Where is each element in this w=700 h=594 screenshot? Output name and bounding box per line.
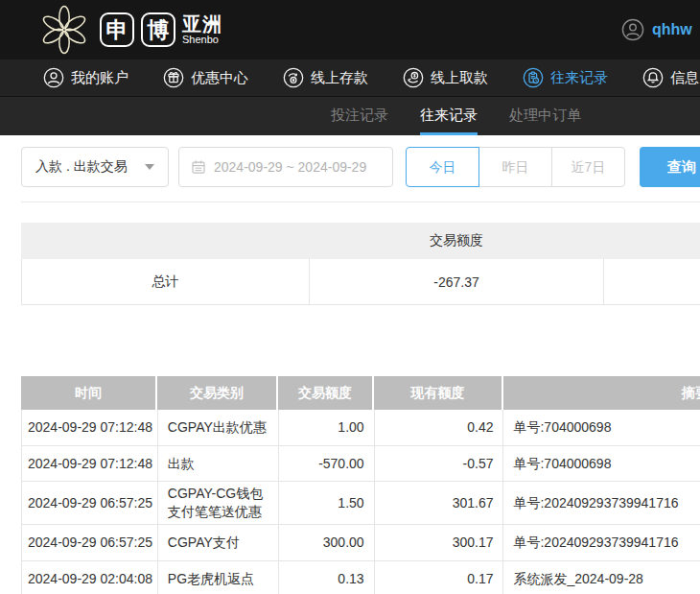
gift-icon [163, 67, 184, 88]
cell-amount: -570.00 [279, 446, 375, 481]
date-range-value: 2024-09-29 ~ 2024-09-29 [214, 159, 366, 175]
table-row: 2024-09-29 07:12:48 CGPAY出款优惠 1.00 0.42 … [21, 410, 700, 446]
cell-note: 单号:704000698 [503, 410, 700, 445]
username[interactable]: qhhw [652, 21, 692, 38]
date-range-input[interactable]: 2024-09-29 ~ 2024-09-29 [178, 147, 393, 187]
table-row: 2024-09-29 06:57:25 CGPAY支付 300.00 300.1… [21, 525, 700, 561]
cell-note: 单号:202409293739941716 [503, 525, 700, 560]
quick-date-buttons: 今日 昨日 近7日 [406, 147, 625, 187]
table-row: 2024-09-29 07:12:48 出款 -570.00 -0.57 单号:… [21, 446, 700, 482]
main-navbar: 我的账户 优惠中心 线上存款 [0, 59, 700, 96]
nav-label: 我的账户 [71, 69, 128, 87]
transaction-type-select[interactable]: 入款 . 出款交易 [21, 147, 169, 187]
transaction-records-page: 申 博 亚洲 Shenbo qhhw 我的账户 [0, 0, 700, 594]
summary-empty-cell [604, 259, 700, 304]
cell-type: CGPAY出款优惠 [158, 410, 279, 445]
calendar-icon [191, 159, 206, 175]
user-avatar-icon [621, 18, 644, 41]
cell-balance: 0.17 [375, 561, 504, 594]
cell-balance: 0.42 [375, 410, 504, 445]
col-header-type: 交易类别 [157, 376, 278, 410]
cell-note: 系统派发_2024-09-28 [503, 561, 700, 594]
col-header-time: 时间 [21, 376, 157, 410]
top-header: 申 博 亚洲 Shenbo qhhw [0, 0, 700, 59]
nav-transaction-records[interactable]: 往来记录 [523, 67, 608, 88]
cell-time: 2024-09-29 07:12:48 [22, 410, 158, 445]
summary-header-amount: 交易额度 [309, 232, 604, 249]
cell-type: 出款 [158, 446, 279, 481]
flower-logo-icon [36, 5, 92, 55]
table-row: 2024-09-29 06:57:25 CGPAY-CG钱包支付笔笔送优惠 1.… [21, 482, 700, 525]
withdraw-icon [403, 67, 424, 88]
yesterday-button[interactable]: 昨日 [478, 147, 552, 187]
bell-icon [642, 67, 664, 88]
summary-total-label: 总计 [22, 259, 310, 304]
today-button[interactable]: 今日 [406, 147, 479, 187]
last7days-button[interactable]: 近7日 [551, 147, 625, 187]
summary-table: 交易额度 总计 -267.37 [21, 223, 700, 305]
transactions-table: 时间 交易类别 交易额度 现有额度 摘要 2024-09-29 07:12:48… [21, 376, 700, 594]
summary-total-value: -267.37 [310, 259, 605, 304]
table-row: 2024-09-29 02:04:08 PG老虎机返点 0.13 0.17 系统… [21, 561, 700, 594]
cell-amount: 0.13 [279, 561, 375, 594]
section-divider [21, 202, 700, 202]
logo-region-en: Shenbo [182, 35, 222, 46]
nav-messages[interactable]: 信息 [642, 67, 699, 88]
nav-label: 信息 [670, 69, 699, 87]
cell-amount: 1.50 [279, 482, 375, 524]
cell-amount: 300.00 [279, 525, 375, 560]
user-account[interactable]: qhhw [621, 0, 692, 59]
nav-promotions[interactable]: 优惠中心 [163, 67, 248, 88]
cell-note: 单号:202409293739941716 [503, 482, 700, 524]
cell-balance: -0.57 [375, 446, 504, 481]
subnav-tabs: 投注记录 往来记录 处理中订单 [0, 96, 700, 135]
col-header-note: 摘要 [503, 376, 700, 410]
person-icon [43, 67, 64, 88]
cell-time: 2024-09-29 06:57:25 [22, 525, 158, 560]
cell-balance: 301.67 [375, 482, 504, 524]
nav-deposit[interactable]: 线上存款 [283, 67, 368, 88]
col-header-balance: 现有额度 [374, 376, 503, 410]
chevron-down-icon [145, 164, 154, 170]
table-header-row: 时间 交易类别 交易额度 现有额度 摘要 [21, 376, 700, 410]
cell-type: CGPAY-CG钱包支付笔笔送优惠 [158, 482, 279, 524]
col-header-amount: 交易额度 [278, 376, 374, 410]
tab-transaction-records[interactable]: 往来记录 [420, 97, 478, 135]
tab-betting-records[interactable]: 投注记录 [331, 97, 388, 135]
cell-time: 2024-09-29 07:12:48 [22, 446, 158, 481]
nav-my-account[interactable]: 我的账户 [43, 67, 128, 88]
cell-note: 单号:704000698 [503, 446, 700, 481]
cell-type: PG老虎机返点 [158, 561, 279, 594]
logo-region-cn: 亚洲 [182, 14, 222, 35]
nav-label: 线上取款 [431, 69, 488, 87]
logo-region: 亚洲 Shenbo [182, 14, 222, 46]
logo-char-shen: 申 [100, 12, 134, 47]
cell-type: CGPAY支付 [158, 525, 279, 560]
cell-time: 2024-09-29 06:57:25 [22, 482, 158, 524]
query-button[interactable]: 查询 [640, 147, 700, 187]
cell-balance: 300.17 [375, 525, 504, 560]
site-logo[interactable]: 申 博 亚洲 Shenbo [36, 5, 222, 55]
records-icon [523, 67, 544, 88]
transaction-type-value: 入款 . 出款交易 [35, 158, 128, 176]
tab-pending-orders[interactable]: 处理中订单 [509, 97, 581, 135]
nav-label: 往来记录 [550, 69, 608, 87]
nav-withdraw[interactable]: 线上取款 [403, 67, 488, 88]
deposit-icon [283, 67, 304, 88]
nav-label: 优惠中心 [191, 69, 248, 87]
summary-total-row: 总计 -267.37 [21, 259, 700, 305]
cell-amount: 1.00 [279, 410, 375, 445]
summary-header-row: 交易额度 [21, 223, 700, 259]
cell-time: 2024-09-29 02:04:08 [22, 561, 158, 594]
nav-label: 线上存款 [311, 69, 368, 87]
logo-char-bo: 博 [141, 12, 175, 47]
